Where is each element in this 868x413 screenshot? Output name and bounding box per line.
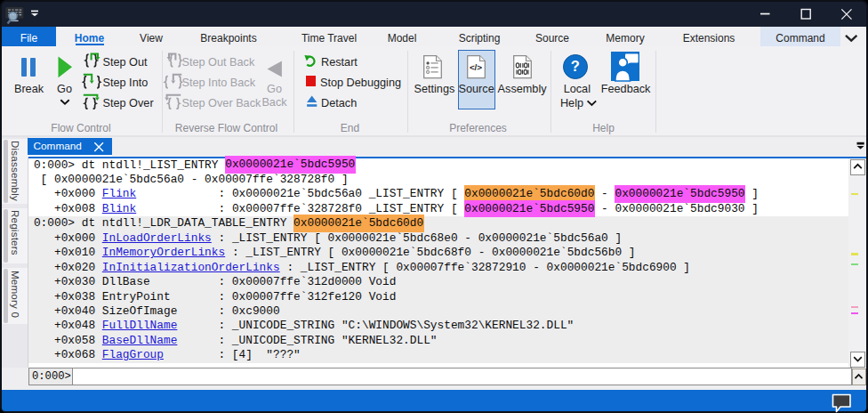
svg-text:</>: </> [470, 62, 482, 72]
